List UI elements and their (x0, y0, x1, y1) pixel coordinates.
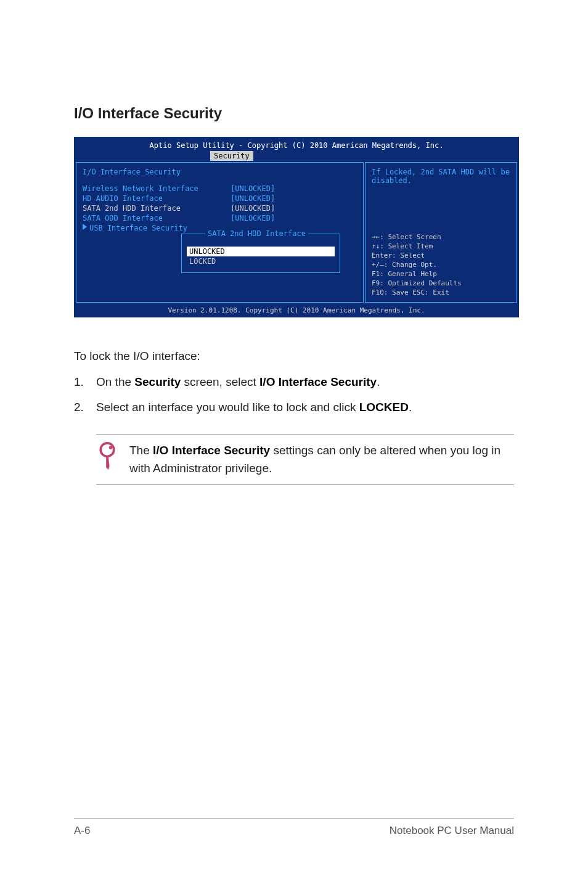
hint-icon (96, 442, 118, 476)
note-text: The I/O Interface Security settings can … (129, 442, 514, 477)
bold: Security (134, 375, 181, 388)
bios-item-hdaudio: HD AUDIO Interface [UNLOCKED] (83, 194, 357, 203)
svg-point-0 (100, 443, 114, 457)
triangle-icon (83, 224, 87, 230)
bold: LOCKED (359, 401, 409, 414)
bios-item-label: SATA ODD Interface (83, 214, 231, 223)
bold: I/O Interface Security (153, 444, 270, 457)
nav-line: Enter: Select (372, 251, 510, 260)
bios-item-value: [UNLOCKED] (231, 194, 275, 203)
page-number: A-6 (74, 825, 90, 837)
nav-line: F10: Save ESC: Exit (372, 288, 510, 297)
bios-help-text: If Locked, 2nd SATA HDD will be disabled… (372, 168, 510, 185)
bios-item-wireless: Wireless Network Interface [UNLOCKED] (83, 184, 357, 194)
text: On the (96, 375, 134, 388)
bios-popup: SATA 2nd HDD Interface UNLOCKED LOCKED (181, 234, 340, 273)
nav-line: ↑↓: Select Item (372, 242, 510, 251)
bios-item-label: Wireless Network Interface (83, 184, 231, 193)
text: Select an interface you would like to lo… (96, 401, 359, 414)
nav-line: F9: Optimized Defaults (372, 279, 510, 288)
text: The (129, 444, 153, 457)
bios-panel-title: I/O Interface Security (83, 168, 357, 176)
section-title: I/O Interface Security (74, 105, 514, 122)
bios-item-value: [UNLOCKED] (231, 204, 275, 213)
step-number: 2. (74, 398, 96, 417)
bold: I/O Interface Security (259, 375, 377, 388)
instructions-intro: To lock the I/O interface: (74, 347, 514, 366)
text: . (409, 401, 412, 414)
manual-title: Notebook PC User Manual (390, 825, 514, 837)
text: screen, select (181, 375, 259, 388)
step-2: 2.Select an interface you would like to … (74, 398, 514, 417)
bios-item-label: SATA 2nd HDD Interface (83, 204, 231, 213)
text: . (377, 375, 380, 388)
bios-header: Aptio Setup Utility - Copyright (C) 2010… (75, 137, 518, 151)
nav-line: F1: General Help (372, 269, 510, 279)
bios-nav-help: →←: Select Screen ↑↓: Select Item Enter:… (372, 232, 510, 297)
nav-line: →←: Select Screen (372, 232, 510, 242)
nav-line: +/—: Change Opt. (372, 260, 510, 269)
step-number: 1. (74, 373, 96, 391)
note-box: The I/O Interface Security settings can … (96, 434, 514, 485)
bios-tab-security: Security (210, 151, 253, 161)
page-footer: A-6 Notebook PC User Manual (74, 818, 514, 837)
svg-point-1 (109, 446, 112, 449)
bios-item-label: HD AUDIO Interface (83, 194, 231, 203)
bios-main-panel: I/O Interface Security Wireless Network … (76, 162, 364, 303)
bios-item-value: [UNLOCKED] (231, 184, 275, 193)
bios-help-panel: If Locked, 2nd SATA HDD will be disabled… (365, 162, 517, 303)
bios-popup-option-unlocked: UNLOCKED (187, 247, 335, 256)
bios-popup-title: SATA 2nd HDD Interface (205, 229, 308, 238)
bios-item-sata2nd: SATA 2nd HDD Interface [UNLOCKED] (83, 203, 357, 213)
step-1: 1.On the Security screen, select I/O Int… (74, 373, 514, 391)
bios-footer: Version 2.01.1208. Copyright (C) 2010 Am… (75, 304, 518, 317)
bios-item-sataodd: SATA ODD Interface [UNLOCKED] (83, 213, 357, 223)
bios-popup-option-locked: LOCKED (187, 256, 335, 266)
bios-screenshot: Aptio Setup Utility - Copyright (C) 2010… (74, 137, 519, 317)
bios-item-value: [UNLOCKED] (231, 214, 275, 223)
